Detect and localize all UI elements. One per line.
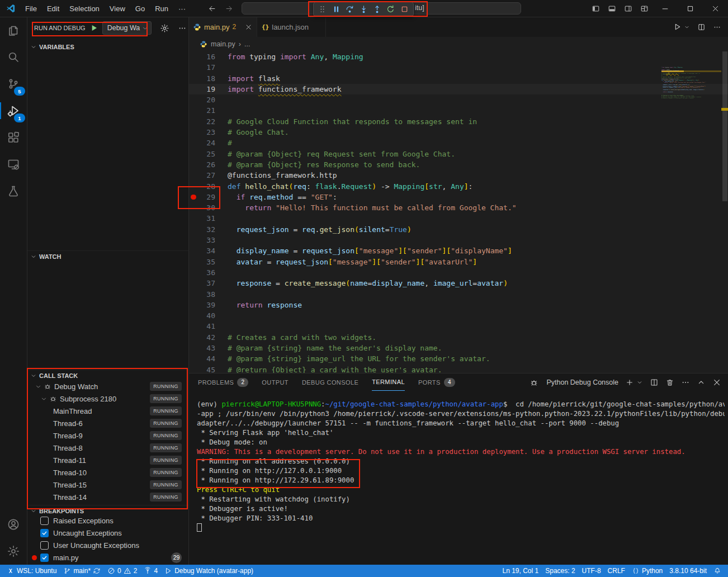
gutter-breakpoint-zone[interactable] (188, 321, 198, 332)
watch-section-header[interactable]: WATCH (27, 250, 188, 262)
status-encoding[interactable]: UTF-8 (579, 565, 604, 577)
breakpoint-checkbox[interactable] (40, 541, 49, 550)
gutter-breakpoint-zone[interactable] (188, 159, 198, 170)
start-debug-icon[interactable] (89, 23, 98, 32)
gutter-breakpoint-zone[interactable] (188, 192, 198, 202)
activity-accounts[interactable] (0, 511, 27, 538)
gutter-breakpoint-zone[interactable] (188, 343, 198, 353)
gutter-breakpoint-zone[interactable] (188, 170, 198, 181)
gutter-breakpoint-zone[interactable] (188, 105, 198, 116)
gutter-breakpoint-zone[interactable] (188, 300, 198, 310)
restart-icon[interactable] (386, 4, 395, 14)
panel-tab-problems[interactable]: PROBLEMS2 (198, 373, 248, 391)
breadcrumb-item[interactable]: ... (244, 40, 250, 48)
more-actions-icon[interactable] (681, 378, 690, 387)
gutter-breakpoint-zone[interactable] (188, 62, 198, 73)
editor-scrollbar[interactable] (721, 51, 728, 373)
panel-tab-debug-console[interactable]: DEBUG CONSOLE (302, 373, 358, 391)
menu-selection[interactable]: Selection (64, 1, 104, 17)
breakpoint-item[interactable]: Raised Exceptions (27, 514, 188, 527)
gutter-breakpoint-zone[interactable] (188, 202, 198, 213)
breakpoint-checkbox[interactable] (40, 529, 49, 537)
gutter-breakpoint-zone[interactable] (188, 332, 198, 343)
layout-panel-button[interactable] (604, 0, 620, 17)
call-stack-item[interactable]: MainThreadRUNNING (27, 405, 188, 417)
activity-explorer[interactable] (0, 17, 27, 44)
status-notifications[interactable] (710, 565, 725, 577)
call-stack-section-header[interactable]: CALL STACK (27, 370, 188, 381)
terminal[interactable]: (env) pierrick@LAPTOP-HKU5PNNG:~/git/goo… (197, 390, 725, 565)
gutter-breakpoint-zone[interactable] (188, 138, 198, 148)
call-stack-item[interactable]: Debug WatchRUNNING (27, 380, 188, 392)
code-editor[interactable]: 16from typing import Any, Mapping1718imp… (188, 51, 728, 373)
activity-settings[interactable] (0, 538, 27, 565)
status-debug-status[interactable]: Debug Watch (avatar-app) (161, 565, 257, 577)
menu-go[interactable]: Go (130, 1, 150, 17)
gear-icon[interactable] (160, 23, 169, 33)
panel-tab-terminal[interactable]: TERMINAL (372, 373, 405, 391)
call-stack-item[interactable]: Thread-10RUNNING (27, 466, 188, 479)
minimize-button[interactable] (653, 0, 678, 17)
status-git-branch[interactable]: main* (60, 565, 104, 577)
gutter-breakpoint-zone[interactable] (188, 257, 198, 267)
activity-extensions[interactable] (0, 124, 27, 151)
layout-customize-button[interactable] (636, 0, 653, 17)
split-terminal-icon[interactable] (650, 378, 659, 387)
call-stack-item[interactable]: Thread-9RUNNING (27, 429, 188, 442)
gutter-breakpoint-zone[interactable] (188, 149, 198, 159)
gutter-breakpoint-zone[interactable] (188, 94, 198, 105)
kill-terminal-icon[interactable] (665, 378, 674, 387)
step-over-icon[interactable] (345, 4, 354, 14)
go-forward-icon[interactable] (225, 4, 233, 13)
scrollbar-handle[interactable] (722, 51, 727, 201)
stop-icon[interactable] (400, 4, 409, 14)
status-forwarded-ports[interactable]: 4 (140, 565, 161, 577)
breakpoint-checkbox[interactable] (40, 517, 49, 525)
gutter-breakpoint-zone[interactable] (188, 310, 198, 321)
gutter-breakpoint-zone[interactable] (188, 84, 198, 94)
gutter-breakpoint-zone[interactable] (188, 278, 198, 288)
status-python-interpreter[interactable]: 3.8.10 64-bit (666, 565, 710, 577)
gutter-breakpoint-zone[interactable] (188, 224, 198, 235)
step-into-icon[interactable] (359, 4, 368, 14)
minimap[interactable]: from typing import Any, Mapping import f… (661, 51, 721, 373)
gutter-breakpoint-zone[interactable] (188, 267, 198, 278)
menu-edit[interactable]: Edit (42, 1, 64, 17)
gutter-breakpoint-zone[interactable] (188, 127, 198, 138)
close-panel-icon[interactable] (712, 378, 721, 387)
status-indentation[interactable]: Spaces: 2 (542, 565, 578, 577)
activity-run-and-debug[interactable]: 1 (0, 97, 27, 124)
panel-tab-ports[interactable]: PORTS4 (418, 373, 455, 391)
run-python-file-icon[interactable] (673, 22, 682, 31)
breakpoint-item[interactable]: User Uncaught Exceptions (27, 539, 188, 551)
tab-launch-json[interactable]: {}launch.json (257, 17, 326, 37)
gutter-breakpoint-zone[interactable] (188, 353, 198, 364)
call-stack-item[interactable]: Thread-15RUNNING (27, 479, 188, 491)
gutter-breakpoint-zone[interactable] (188, 245, 198, 256)
activity-testing[interactable] (0, 178, 27, 205)
breakpoint-checkbox[interactable] (40, 554, 49, 562)
call-stack-item[interactable]: Subprocess 2180RUNNING (27, 392, 188, 405)
call-stack-item[interactable]: Thread-8RUNNING (27, 442, 188, 454)
activity-source-control[interactable]: 5 (0, 70, 27, 97)
gutter-breakpoint-zone[interactable] (188, 365, 198, 373)
activity-remote-explorer[interactable] (0, 151, 27, 178)
go-back-icon[interactable] (208, 4, 216, 13)
breadcrumb-item[interactable]: main.py (211, 40, 235, 48)
status-remote-indicator[interactable]: WSL: Ubuntu (3, 565, 60, 577)
split-editor-icon[interactable] (697, 23, 706, 31)
step-out-icon[interactable] (372, 4, 382, 14)
new-terminal-icon[interactable] (625, 378, 634, 387)
pause-icon[interactable] (332, 4, 341, 14)
menu-file[interactable]: File (20, 1, 42, 17)
more-actions-icon[interactable] (178, 23, 187, 33)
close-button[interactable] (703, 0, 728, 17)
gutter-breakpoint-zone[interactable] (188, 181, 198, 192)
status-problems-summary[interactable]: 02 (104, 565, 140, 577)
maximize-panel-icon[interactable] (697, 378, 706, 387)
more-actions-icon[interactable] (713, 23, 721, 31)
call-stack-item[interactable]: Thread-14RUNNING (27, 491, 188, 503)
menu-view[interactable]: View (105, 1, 130, 17)
panel-tab-output[interactable]: OUTPUT (262, 373, 289, 391)
call-stack-item[interactable]: Thread-6RUNNING (27, 417, 188, 429)
